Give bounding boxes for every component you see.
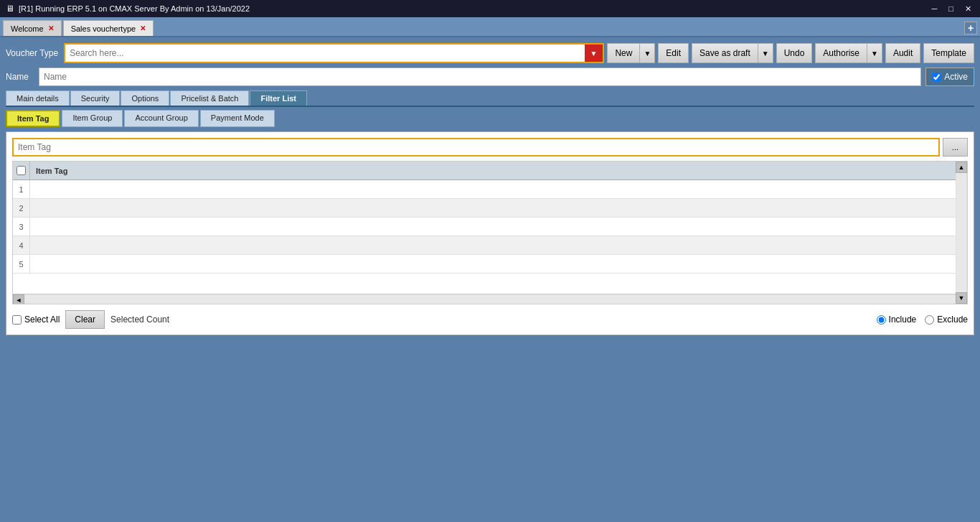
tab-security[interactable]: Security	[70, 90, 121, 106]
tab-bar: Welcome ✕ Sales vouchertype ✕ +	[0, 17, 980, 37]
exclude-label: Exclude	[937, 314, 968, 325]
include-label: Include	[889, 314, 917, 325]
main-content: Voucher Type ▼ New ▼ Edit Save as draft …	[0, 37, 980, 522]
header-checkbox[interactable]	[17, 166, 26, 175]
select-all-label: Select All	[24, 314, 60, 325]
filter-search-input[interactable]	[12, 138, 940, 157]
title-bar: 🖥 [R1] Running ERP 5.1 on CMAX Server By…	[0, 0, 980, 17]
clear-button[interactable]: Clear	[65, 310, 105, 329]
undo-button[interactable]: Undo	[776, 43, 813, 63]
filter-search-button[interactable]: ...	[943, 138, 968, 157]
minimize-button[interactable]: ─	[929, 4, 941, 14]
close-button[interactable]: ✕	[962, 4, 974, 14]
grid-container: Item Tag 1 2 3	[12, 161, 968, 304]
search-dropdown-button[interactable]: ▼	[585, 45, 603, 62]
tab-sales-vouchertype[interactable]: Sales vouchertype ✕	[63, 20, 154, 36]
tab-welcome-close[interactable]: ✕	[48, 24, 54, 32]
table-row: 5	[13, 255, 967, 274]
row-num-3: 3	[13, 218, 30, 236]
inner-tab-nav: Item Tag Item Group Account Group Paymen…	[6, 110, 974, 127]
edit-button[interactable]: Edit	[658, 43, 689, 63]
new-arrow-button[interactable]: ▼	[639, 43, 655, 63]
row-num-5: 5	[13, 255, 30, 273]
active-checkbox-container: Active	[925, 67, 974, 86]
filter-search-row: ...	[12, 138, 968, 157]
tab-welcome[interactable]: Welcome ✕	[3, 20, 62, 36]
save-draft-button[interactable]: Save as draft	[692, 43, 758, 63]
voucher-type-label: Voucher Type	[6, 48, 58, 58]
filter-panel: ... Item Tag 1 2	[6, 131, 974, 335]
scroll-up-arrow[interactable]: ▲	[956, 162, 967, 173]
tab-options[interactable]: Options	[121, 90, 169, 106]
name-bar: Name Active	[6, 67, 974, 86]
new-button-group: New ▼	[607, 43, 655, 63]
bottom-row: Select All Clear Selected Count Include …	[12, 310, 968, 329]
grid-header-item-tag: Item Tag	[30, 167, 956, 175]
exclude-option[interactable]: Exclude	[925, 314, 968, 325]
include-radio[interactable]	[877, 315, 886, 325]
scroll-down-arrow[interactable]: ▼	[956, 292, 967, 304]
table-row: 1	[13, 180, 967, 199]
table-row: 4	[13, 236, 967, 255]
scroll-track[interactable]	[956, 173, 966, 292]
save-draft-arrow-button[interactable]: ▼	[758, 43, 773, 63]
inner-tab-item-group[interactable]: Item Group	[62, 110, 123, 127]
name-label: Name	[6, 72, 34, 82]
search-container: ▼	[64, 43, 604, 63]
grid-body: 1 2 3 4 5	[13, 180, 967, 294]
tab-sales-label: Sales vouchertype	[71, 24, 136, 33]
tab-main-details[interactable]: Main details	[6, 90, 70, 106]
tab-sales-close[interactable]: ✕	[140, 24, 146, 32]
include-option[interactable]: Include	[877, 314, 917, 325]
horizontal-scrollbar[interactable]: ◄ ►	[13, 294, 967, 304]
new-button[interactable]: New	[607, 43, 639, 63]
save-draft-button-group: Save as draft ▼	[692, 43, 773, 63]
voucher-type-search-input[interactable]	[65, 45, 584, 62]
select-all-checkbox[interactable]	[12, 315, 22, 325]
row-num-2: 2	[13, 199, 30, 217]
include-exclude-container: Include Exclude	[877, 314, 968, 325]
audit-button[interactable]: Audit	[885, 43, 920, 63]
grid-header: Item Tag	[13, 162, 967, 180]
form-bar: Voucher Type ▼ New ▼ Edit Save as draft …	[6, 43, 974, 63]
header-checkbox-cell	[13, 162, 30, 180]
authorise-arrow-button[interactable]: ▼	[867, 43, 882, 63]
tab-filter-list[interactable]: Filter List	[250, 90, 307, 106]
exclude-radio[interactable]	[925, 315, 934, 325]
selected-count-label: Selected Count	[110, 314, 169, 325]
table-row: 2	[13, 199, 967, 218]
app-title: [R1] Running ERP 5.1 on CMAX Server By A…	[19, 4, 929, 13]
h-scroll-track[interactable]	[24, 295, 956, 305]
tab-welcome-label: Welcome	[11, 24, 44, 33]
vertical-scrollbar[interactable]: ▲ ▼	[956, 162, 967, 304]
select-all-container: Select All	[12, 314, 60, 325]
main-tab-nav: Main details Security Options Pricelist …	[6, 90, 974, 107]
tab-pricelist-batch[interactable]: Pricelist & Batch	[170, 90, 249, 106]
maximize-button[interactable]: □	[946, 4, 956, 14]
row-num-4: 4	[13, 236, 30, 254]
template-button[interactable]: Template	[923, 43, 974, 63]
scroll-left-arrow[interactable]: ◄	[13, 294, 24, 305]
inner-tab-account-group[interactable]: Account Group	[124, 110, 198, 127]
active-label: Active	[944, 72, 968, 82]
authorise-button-group: Authorise ▼	[815, 43, 882, 63]
app-icon: 🖥	[6, 4, 14, 14]
row-num-1: 1	[13, 180, 30, 198]
active-checkbox[interactable]	[932, 73, 941, 82]
inner-tab-item-tag[interactable]: Item Tag	[6, 110, 60, 127]
authorise-button[interactable]: Authorise	[815, 43, 867, 63]
tab-add-button[interactable]: +	[964, 22, 977, 34]
name-input[interactable]	[39, 67, 921, 86]
grid-rows: 1 2 3 4 5	[13, 180, 967, 294]
table-row: 3	[13, 218, 967, 236]
inner-tab-payment-mode[interactable]: Payment Mode	[200, 110, 275, 127]
